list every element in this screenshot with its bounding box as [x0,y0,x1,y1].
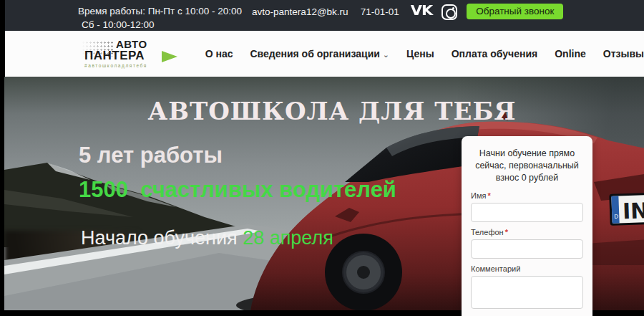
name-label-text: Имя [471,191,486,200]
phone-number[interactable]: 71-01-01 [361,5,399,19]
email-link[interactable]: avto-pantera12@bk.ru [252,5,348,19]
page: Время работы: Пн-Пт с 10:00 - 20:00 Сб -… [0,0,644,316]
phone-input[interactable] [471,239,583,259]
hero-line-drivers: 1500 счастливых водителей [79,177,396,203]
required-asterisk: * [487,191,490,200]
logo-line2: ПАНТЕРА [84,49,179,62]
name-field-group: Имя* [471,191,583,222]
nav-item-payment[interactable]: Оплата обучения [452,48,538,59]
callback-button[interactable]: Обратный звонок [467,4,563,19]
main-nav: АВТО ПАНТЕРА #автошколадлятебя О нас Све… [5,31,644,77]
vk-icon[interactable]: VK [411,3,433,19]
instagram-icon[interactable] [441,4,457,20]
license-plate: D IN [609,193,644,226]
logo-arrow-icon [162,51,177,62]
hero-title: АВТОШКОЛА ДЛЯ ТЕБЯ [4,97,644,125]
name-label: Имя* [471,191,583,200]
chevron-down-icon: ⌄ [383,50,389,59]
nav-item-about[interactable]: О нас [205,48,233,59]
nav-item-org-info-label: Сведения об организации [250,48,379,59]
required-asterisk: * [505,228,508,236]
phone-field-group: Телефон* [471,228,583,259]
phone-label-text: Телефон [471,228,504,236]
logo[interactable]: АВТО ПАНТЕРА #автошколадлятебя [84,39,179,68]
working-hours-line1: Время работы: Пн-Пт с 10:00 - 20:00 [78,4,242,18]
topbar: Время работы: Пн-Пт с 10:00 - 20:00 Сб -… [5,0,644,31]
hero-line-start: Начало обучения 28 апреля [81,227,333,249]
signup-form-card: Начни обучение прямо сейчас, первоначаль… [462,136,592,316]
nav-item-org-info[interactable]: Сведения об организации⌄ [250,48,389,59]
name-input[interactable] [471,203,583,222]
phone-label: Телефон* [471,228,583,236]
hero-line-start-prefix: Начало обучения [81,227,243,249]
svg-text:D: D [614,213,618,219]
nav-menu: О нас Сведения об организации⌄ Цены Опла… [188,48,644,59]
form-heading: Начни обучение прямо сейчас, первоначаль… [471,148,583,184]
hero-line-years: 5 лет работы [79,143,223,168]
comment-field-group: Комментарий [471,264,583,312]
logo-tagline: #автошколадлятебя [84,63,179,68]
nav-item-reviews[interactable]: Отзывы [603,48,644,59]
comment-label: Комментарий [471,264,583,273]
svg-text:IN: IN [622,198,644,224]
working-hours: Время работы: Пн-Пт с 10:00 - 20:00 Сб -… [78,4,242,32]
nav-item-online[interactable]: Online [555,48,586,59]
comment-input[interactable] [471,276,583,309]
comment-label-text: Комментарий [471,264,520,273]
hero-start-date: 28 апреля [243,227,333,249]
working-hours-line2: Сб - 10:00-12:00 [78,18,242,32]
logo-line2-text: ПАНТЕРА [84,49,145,62]
nav-item-prices[interactable]: Цены [406,48,434,59]
